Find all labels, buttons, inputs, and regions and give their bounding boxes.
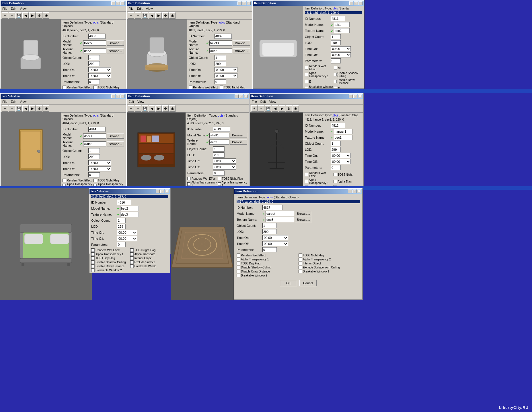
toolbar-s7[interactable]: ⊕: [162, 105, 169, 112]
toolbar-s6[interactable]: ◉: [43, 105, 49, 112]
objcount-input-2[interactable]: [215, 55, 226, 60]
toolbar-sub-5[interactable]: −: [135, 105, 141, 112]
menu-view-1[interactable]: View: [18, 6, 28, 11]
texture-input-5[interactable]: [209, 140, 229, 145]
id-input-3[interactable]: [331, 16, 345, 21]
id-input-1[interactable]: [88, 34, 106, 39]
toolbar-add-4[interactable]: +: [2, 105, 8, 112]
cb-rw-box-2[interactable]: [189, 86, 192, 89]
model-7[interactable]: [120, 206, 139, 211]
cb-dd-box-3[interactable]: [334, 80, 337, 83]
ton-7[interactable]: 00:00: [117, 230, 137, 235]
toolbar-next-5[interactable]: ▶: [155, 105, 162, 112]
minimize-btn-4[interactable]: _: [111, 94, 115, 98]
toolbar-sub-4[interactable]: −: [9, 105, 15, 112]
toolbar-sub-6[interactable]: −: [258, 105, 264, 112]
model-input-4[interactable]: [83, 134, 106, 139]
texture-8[interactable]: [266, 217, 294, 222]
maximize-btn-4[interactable]: □: [116, 94, 120, 98]
type-link-8[interactable]: objs: [267, 196, 273, 199]
toolbar-s3[interactable]: ⊕: [162, 12, 169, 19]
timeoff-4[interactable]: 00:00: [88, 166, 111, 171]
objcount-input-3[interactable]: [331, 34, 341, 39]
type-link-4[interactable]: objs: [93, 114, 99, 117]
minimize-btn-3[interactable]: _: [349, 1, 353, 5]
texture-6[interactable]: [334, 135, 352, 140]
toolbar-next-4[interactable]: ▶: [29, 105, 36, 112]
par-7[interactable]: [117, 242, 126, 247]
menu-view-2[interactable]: View: [144, 6, 155, 11]
toolbar-next-1[interactable]: ▶: [29, 12, 36, 19]
oc-8[interactable]: [262, 223, 277, 228]
menu-edit-1[interactable]: Edit: [9, 6, 18, 11]
maximize-btn-6[interactable]: □: [353, 94, 357, 98]
lod-6[interactable]: [331, 147, 341, 152]
toff-7[interactable]: 00:00: [117, 236, 137, 241]
close-btn-2[interactable]: ✕: [247, 1, 251, 5]
texture-browse-8[interactable]: Browse...: [295, 217, 312, 222]
maximize-btn-7[interactable]: □: [160, 189, 164, 193]
id-6[interactable]: [331, 123, 345, 128]
toolbar-sub-1[interactable]: −: [9, 12, 15, 19]
id-7[interactable]: [117, 200, 131, 205]
timeon-select-2[interactable]: 00:00: [215, 67, 237, 72]
model-8[interactable]: [266, 211, 294, 216]
type-link-5[interactable]: objs: [218, 114, 223, 117]
close-btn-8[interactable]: ✕: [357, 189, 361, 193]
menu-file-5[interactable]: Edit: [127, 99, 136, 104]
params-input-4[interactable]: [88, 172, 100, 177]
model-input-1[interactable]: [83, 40, 106, 46]
menu-edit-6[interactable]: Edit: [259, 99, 268, 104]
texture-browse-5[interactable]: Browse...: [230, 140, 247, 145]
timeon-select-3[interactable]: 00:00: [331, 46, 351, 51]
menu-view-4[interactable]: View: [18, 99, 28, 104]
lod-5[interactable]: [213, 152, 225, 158]
menu-edit-2[interactable]: Edit: [135, 6, 144, 11]
close-btn-4[interactable]: ✕: [120, 94, 124, 98]
objcount-input-4[interactable]: [88, 148, 100, 153]
toff-6[interactable]: 00:00: [331, 159, 351, 164]
timeon-select-1[interactable]: 00:00: [88, 67, 111, 72]
toolbar-s1[interactable]: ⊕: [36, 12, 42, 19]
toolbar-s8[interactable]: ◉: [169, 105, 176, 112]
close-btn-5[interactable]: ✕: [244, 94, 248, 98]
model-browse-2[interactable]: Browse...: [233, 40, 250, 46]
minimize-btn-5[interactable]: _: [235, 94, 239, 98]
model-input-2[interactable]: [209, 40, 232, 46]
toolbar-s12[interactable]: ⊕: [286, 105, 292, 112]
cb-rw-box-3[interactable]: [305, 66, 308, 69]
toolbar-s10[interactable]: ◀: [272, 105, 278, 112]
menu-file-1[interactable]: File: [1, 6, 9, 11]
close-btn-6[interactable]: ✕: [358, 94, 362, 98]
cb-tobj-night-box-1[interactable]: [93, 86, 97, 89]
timeon-4[interactable]: 00:00: [88, 160, 111, 165]
close-btn-7[interactable]: ✕: [165, 189, 169, 193]
texture-input-2[interactable]: [209, 48, 232, 53]
ton-6[interactable]: 00:00: [331, 153, 351, 158]
toolbar-save-1[interactable]: 💾: [15, 12, 22, 19]
model-browse-4[interactable]: Browse...: [107, 134, 124, 139]
cb-e-box-3[interactable]: [305, 80, 308, 83]
toolbar-save-4[interactable]: 💾: [15, 105, 22, 112]
params-input-2[interactable]: [215, 79, 226, 84]
maximize-btn-5[interactable]: □: [239, 94, 243, 98]
toolbar-add-1[interactable]: +: [2, 12, 8, 19]
type-link-1[interactable]: objs: [93, 21, 99, 24]
model-browse-8[interactable]: Browse...: [295, 211, 312, 216]
id-input-4[interactable]: [88, 127, 106, 132]
minimize-btn-2[interactable]: _: [237, 1, 241, 5]
params-input-3[interactable]: [331, 58, 341, 63]
toolbar-prev-2[interactable]: ◀: [149, 12, 155, 19]
minimize-btn-6[interactable]: _: [349, 94, 353, 98]
model-browse-1[interactable]: Browse...: [107, 40, 124, 46]
menu-file-4[interactable]: File: [1, 99, 9, 104]
toolbar-s2[interactable]: ◉: [43, 12, 49, 19]
texture-7[interactable]: [120, 212, 139, 217]
toolbar-add-6[interactable]: +: [251, 105, 258, 112]
texture-browse-2[interactable]: Browse...: [233, 48, 250, 53]
objcount-input-1[interactable]: [88, 55, 100, 60]
toolbar-next-2[interactable]: ▶: [155, 12, 162, 19]
cb-al-box-3[interactable]: [334, 66, 337, 69]
toolbar-add-2[interactable]: +: [128, 12, 134, 19]
menu-view-6[interactable]: View: [268, 99, 278, 104]
